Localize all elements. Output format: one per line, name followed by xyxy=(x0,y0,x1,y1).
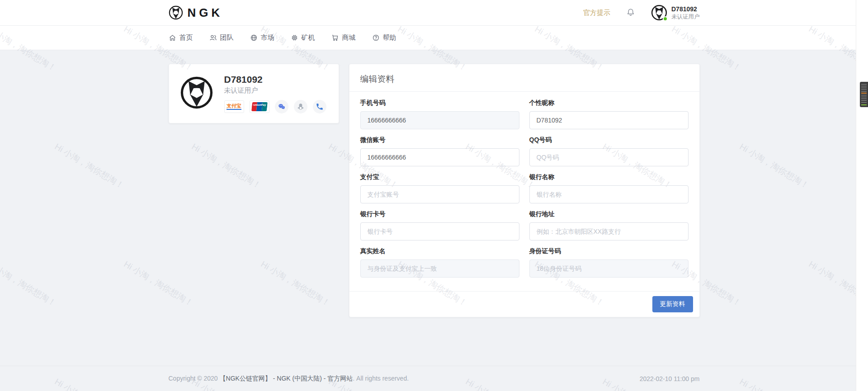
field-label-real-name: 真实姓名 xyxy=(360,247,519,255)
minimap-highlight-orange xyxy=(861,93,867,94)
nav-label: 帮助 xyxy=(383,33,396,42)
field-label-phone: 手机号码 xyxy=(360,99,519,107)
footer-brand-link[interactable]: 【NGK公链官网】 xyxy=(220,375,271,382)
field-id-number: 身份证号码 xyxy=(529,247,689,278)
help-icon xyxy=(372,34,380,42)
field-bank-card: 银行卡号 xyxy=(360,210,519,240)
field-label-wechat: 微信账号 xyxy=(360,136,519,144)
profile-summary-card: D781092 未认证用户 支付宝 UnionPay xyxy=(169,64,339,123)
market-icon xyxy=(250,34,258,42)
nav-item-team[interactable]: 团队 xyxy=(209,33,234,42)
nav-item-help[interactable]: 帮助 xyxy=(372,33,396,42)
field-label-bank-address: 银行地址 xyxy=(529,210,689,218)
miner-icon xyxy=(291,34,298,42)
qq-input[interactable] xyxy=(529,148,689,166)
top-header: NGK 官方提示 D781092 未认证用户 xyxy=(0,0,868,26)
nav-label: 首页 xyxy=(179,33,193,42)
bank-name-input[interactable] xyxy=(529,185,689,203)
field-qq: QQ号码 xyxy=(529,136,689,166)
ngk-logo-icon xyxy=(169,5,183,20)
team-icon xyxy=(209,34,217,42)
field-label-bank-name: 银行名称 xyxy=(529,173,689,181)
field-bank-name: 银行名称 xyxy=(529,173,689,203)
phone-icon xyxy=(313,100,326,113)
official-tip-link[interactable]: 官方提示 xyxy=(583,9,610,17)
page-footer: Copyright © 2020 【NGK公链官网】 - NGK (中国大陆) … xyxy=(0,366,868,391)
profile-avatar xyxy=(180,76,213,111)
avatar xyxy=(651,5,667,21)
home-icon xyxy=(169,34,176,42)
nickname-input[interactable] xyxy=(529,111,689,129)
unionpay-icon: UnionPay xyxy=(250,100,269,113)
profile-name: D781092 xyxy=(224,74,326,85)
user-status: 未认证用户 xyxy=(671,13,700,20)
field-label-nickname: 个性昵称 xyxy=(529,99,689,107)
wechat-icon xyxy=(275,100,288,113)
field-wechat: 微信账号 xyxy=(360,136,519,166)
alipay-icon: 支付宝 xyxy=(224,100,244,113)
brand-name: NGK xyxy=(188,6,223,20)
field-label-alipay: 支付宝 xyxy=(360,173,519,181)
wechat-input[interactable] xyxy=(360,148,519,166)
nav-label: 矿机 xyxy=(302,33,315,42)
nav-item-market[interactable]: 市场 xyxy=(250,33,274,42)
minimap-highlight-green xyxy=(861,104,867,105)
page-minimap[interactable] xyxy=(860,82,868,107)
nav-label: 市场 xyxy=(261,33,274,42)
real-name-input xyxy=(360,259,519,278)
field-label-qq: QQ号码 xyxy=(529,136,689,144)
field-label-bank-card: 银行卡号 xyxy=(360,210,519,218)
field-bank-address: 银行地址 xyxy=(529,210,689,240)
footer-datetime: 2022-02-10 11:00 pm xyxy=(640,375,700,382)
nav-label: 商城 xyxy=(342,33,356,42)
alipay-input[interactable] xyxy=(360,185,519,203)
mall-icon xyxy=(331,34,339,42)
user-name: D781092 xyxy=(671,5,700,13)
bank-address-input[interactable] xyxy=(529,222,689,240)
footer-site-link[interactable]: NGK (中国大陆) - 官方网站 xyxy=(277,375,353,382)
brand-logo[interactable]: NGK xyxy=(169,5,223,20)
bank-card-input[interactable] xyxy=(360,222,519,240)
main-nav: 首页 团队 市场 矿机 商城 帮助 xyxy=(0,26,868,50)
nav-label: 团队 xyxy=(220,33,234,42)
field-alipay: 支付宝 xyxy=(360,173,519,203)
field-phone: 手机号码 xyxy=(360,99,519,129)
update-profile-button[interactable]: 更新资料 xyxy=(652,296,693,312)
field-label-id-number: 身份证号码 xyxy=(529,247,689,255)
nav-item-home[interactable]: 首页 xyxy=(169,33,193,42)
copyright-suffix: . All rights reserved. xyxy=(353,375,409,382)
qq-icon xyxy=(294,100,307,113)
online-status-dot xyxy=(663,16,668,21)
field-real-name: 真实姓名 xyxy=(360,247,519,278)
edit-profile-card: 编辑资料 手机号码 个性昵称 微信账号 xyxy=(349,64,700,317)
profile-status: 未认证用户 xyxy=(224,86,326,95)
footer-separator: - xyxy=(271,375,277,382)
phone-input xyxy=(360,111,519,129)
user-menu[interactable]: D781092 未认证用户 xyxy=(651,5,700,21)
copyright-prefix: Copyright © 2020 xyxy=(169,375,220,382)
id-number-input xyxy=(529,259,689,278)
nav-item-miner[interactable]: 矿机 xyxy=(291,33,315,42)
minimap-lines xyxy=(861,84,867,103)
field-nickname: 个性昵称 xyxy=(529,99,689,129)
bell-icon[interactable] xyxy=(626,8,636,18)
nav-item-mall[interactable]: 商城 xyxy=(331,33,356,42)
form-title: 编辑资料 xyxy=(360,73,689,85)
copyright-text: Copyright © 2020 【NGK公链官网】 - NGK (中国大陆) … xyxy=(169,375,409,383)
scrollbar-track[interactable] xyxy=(856,0,868,391)
